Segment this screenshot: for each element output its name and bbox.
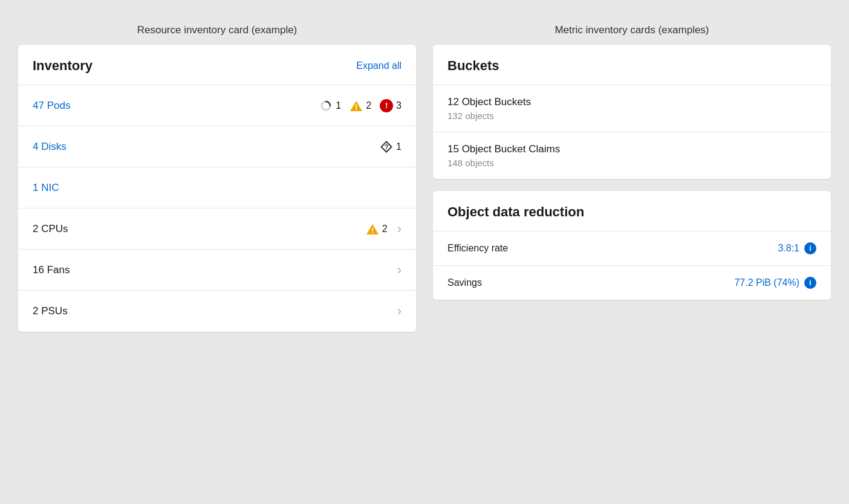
efficiency-row: Efficiency rate 3.8:1 i bbox=[433, 231, 831, 266]
fans-chevron: › bbox=[397, 262, 402, 278]
efficiency-value: 3.8:1 bbox=[778, 243, 799, 254]
svg-text:!: ! bbox=[355, 103, 357, 112]
buckets-card: Buckets 12 Object Buckets 132 objects 15… bbox=[433, 45, 831, 179]
buckets-title: Buckets bbox=[447, 58, 499, 73]
savings-row: Savings 77.2 PiB (74%) i bbox=[433, 266, 831, 300]
page-wrapper: Resource inventory card (example) Invent… bbox=[18, 24, 831, 332]
expand-all-button[interactable]: Expand all bbox=[356, 60, 402, 71]
efficiency-value-group: 3.8:1 i bbox=[778, 242, 816, 254]
cpus-badges: ! 2 bbox=[366, 222, 388, 236]
error-icon-pods: ! bbox=[380, 99, 393, 112]
inventory-card: Inventory Expand all 47 Pods 1 bbox=[18, 45, 416, 332]
inventory-row-disks: 4 Disks ? 1 bbox=[18, 126, 416, 167]
disks-link[interactable]: 4 Disks bbox=[33, 141, 111, 153]
warning-icon-pods: ! bbox=[350, 99, 363, 112]
cpus-text: 2 CPUs bbox=[33, 223, 111, 235]
spinning-icon bbox=[319, 99, 333, 112]
fans-text: 16 Fans bbox=[33, 264, 111, 276]
reduction-title: Object data reduction bbox=[447, 204, 584, 219]
spinning-count: 1 bbox=[336, 100, 341, 111]
savings-info-icon[interactable]: i bbox=[804, 277, 816, 289]
object-buckets-name: 12 Object Buckets bbox=[447, 96, 816, 108]
error-count-pods: 3 bbox=[396, 100, 402, 111]
left-column-title: Resource inventory card (example) bbox=[18, 24, 416, 36]
badge-warning-pods: ! 2 bbox=[350, 99, 371, 112]
unknown-icon-disks: ? bbox=[380, 140, 393, 153]
inventory-row-nic: 1 NIC bbox=[18, 167, 416, 208]
reduction-header: Object data reduction bbox=[433, 191, 831, 231]
badge-unknown-disks: ? 1 bbox=[380, 140, 402, 153]
object-buckets-row: 12 Object Buckets 132 objects bbox=[433, 85, 831, 132]
object-bucket-claims-name: 15 Object Bucket Claims bbox=[447, 143, 816, 155]
right-column: Metric inventory cards (examples) Bucket… bbox=[433, 24, 831, 332]
efficiency-info-icon[interactable]: i bbox=[804, 242, 816, 254]
cpus-chevron: › bbox=[397, 221, 402, 237]
object-bucket-claims-row: 15 Object Bucket Claims 148 objects bbox=[433, 132, 831, 179]
nic-link[interactable]: 1 NIC bbox=[33, 182, 111, 194]
badge-error-pods: ! 3 bbox=[380, 99, 402, 112]
inventory-title: Inventory bbox=[33, 58, 93, 74]
pods-link[interactable]: 47 Pods bbox=[33, 100, 111, 112]
svg-text:!: ! bbox=[371, 227, 374, 235]
savings-value-group: 77.2 PiB (74%) i bbox=[734, 277, 816, 289]
warning-icon-cpus: ! bbox=[366, 222, 379, 236]
efficiency-label: Efficiency rate bbox=[447, 243, 508, 254]
svg-text:?: ? bbox=[385, 143, 389, 150]
pods-badges: 1 ! 2 ! 3 bbox=[319, 99, 402, 112]
inventory-row-fans: 16 Fans › bbox=[18, 250, 416, 291]
inventory-row-cpus: 2 CPUs ! 2 › bbox=[18, 208, 416, 250]
psus-chevron: › bbox=[397, 303, 402, 319]
warning-count-cpus: 2 bbox=[382, 224, 388, 234]
unknown-count-disks: 1 bbox=[396, 141, 402, 152]
object-buckets-sub: 132 objects bbox=[447, 111, 816, 121]
psus-text: 2 PSUs bbox=[33, 305, 111, 317]
disks-badges: ? 1 bbox=[380, 140, 402, 153]
reduction-card: Object data reduction Efficiency rate 3.… bbox=[433, 191, 831, 300]
badge-warning-cpus: ! 2 bbox=[366, 222, 388, 236]
left-column: Resource inventory card (example) Invent… bbox=[18, 24, 416, 332]
inventory-row-psus: 2 PSUs › bbox=[18, 291, 416, 332]
warning-count-pods: 2 bbox=[366, 100, 371, 111]
badge-spinning: 1 bbox=[319, 99, 341, 112]
buckets-header: Buckets bbox=[433, 45, 831, 85]
inventory-header: Inventory Expand all bbox=[18, 45, 416, 85]
right-column-title: Metric inventory cards (examples) bbox=[433, 24, 831, 36]
object-bucket-claims-sub: 148 objects bbox=[447, 158, 816, 168]
savings-value: 77.2 PiB (74%) bbox=[734, 277, 799, 288]
savings-label: Savings bbox=[447, 277, 482, 288]
inventory-row-pods: 47 Pods 1 bbox=[18, 85, 416, 126]
